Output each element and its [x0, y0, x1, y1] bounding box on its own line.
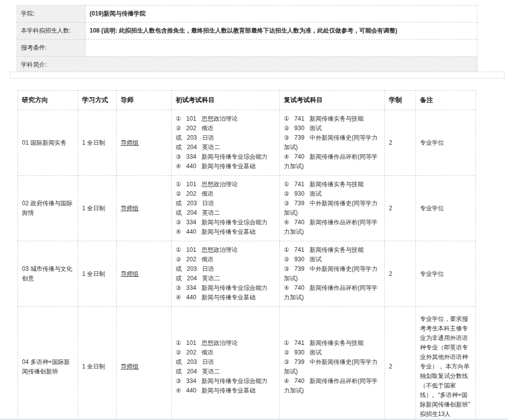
- initial-subject-line-5: ④ 440 新闻与传播专业基础: [176, 293, 275, 302]
- program-table: 研究方向学习方式导师初试考试科目复试考试科目学制备注 01 国际新闻实务1 全日…: [18, 90, 476, 420]
- advisor-cell: 导师组: [117, 241, 172, 307]
- retest-subject-line-0: ① 741 新闻传播实务与技能: [284, 338, 380, 348]
- advisor-group-link[interactable]: 导师组: [121, 205, 139, 212]
- application-requirements-label: 报考条件:: [17, 40, 86, 57]
- retest-subject-line-1: ② 930 面试: [284, 348, 380, 357]
- research-direction-cell: 04 多语种+国际新闻传播创新班: [18, 307, 78, 420]
- column-header-1: 学习方式: [78, 91, 117, 110]
- initial-subject-line-5: ④ 440 新闻与传播专业基础: [176, 162, 275, 171]
- initial-subject-line-2: 或 203 日语: [176, 133, 275, 143]
- initial-subject-line-2: 或 203 日语: [176, 357, 275, 367]
- program-table-header: 研究方向学习方式导师初试考试科目复试考试科目学制备注: [18, 91, 476, 110]
- initial-subject-line-3: 或 204 英语二: [176, 274, 275, 283]
- advisor-group-link[interactable]: 导师组: [121, 270, 139, 277]
- retest-subject-line-3: ④ 740 新闻传播作品评析(同等学力加试): [284, 152, 380, 171]
- column-header-0: 研究方向: [18, 91, 78, 110]
- retest-subject-line-2: ③ 739 中外新闻传播史(同等学力加试): [284, 357, 380, 376]
- initial-subject-line-4: ③ 334 新闻与传播专业综合能力: [176, 218, 275, 227]
- advisor-cell: 导师组: [117, 110, 172, 176]
- discipline-intro-label: 学科简介:: [17, 57, 477, 74]
- application-requirements-value: [86, 40, 477, 57]
- column-header-5: 学制: [385, 91, 416, 110]
- initial-subject-line-2: 或 203 日语: [176, 199, 275, 208]
- advisor-cell: 导师组: [117, 176, 172, 241]
- initial-subject-line-1: ② 202 俄语: [176, 189, 275, 199]
- study-mode-cell: 1 全日制: [78, 307, 117, 420]
- initial-subject-line-3: 或 204 英语二: [176, 143, 275, 152]
- initial-subject-line-1: ② 202 俄语: [176, 124, 275, 133]
- initial-subject-line-0: ① 101 思想政治理论: [176, 180, 275, 189]
- retest-subject-line-2: ③ 739 中外新闻传播史(同等学力加试): [284, 264, 380, 283]
- retest-exam-subjects-cell: ① 741 新闻传播实务与技能② 930 面试③ 739 中外新闻传播史(同等学…: [280, 176, 385, 241]
- table-row: 02 政府传播与国际舆情1 全日制导师组① 101 思想政治理论② 202 俄语…: [18, 176, 476, 241]
- column-header-3: 初试考试科目: [172, 91, 280, 110]
- column-header-2: 导师: [117, 91, 172, 110]
- initial-exam-subjects-cell: ① 101 思想政治理论② 202 俄语或 203 日语或 204 英语二③ 3…: [172, 176, 280, 241]
- note-cell: 专业学位: [416, 241, 476, 307]
- initial-exam-subjects-cell: ① 101 思想政治理论② 202 俄语或 203 日语或 204 英语二③ 3…: [172, 241, 280, 307]
- column-header-row: 研究方向学习方式导师初试考试科目复试考试科目学制备注: [18, 91, 476, 110]
- advisor-group-link[interactable]: 导师组: [121, 139, 139, 146]
- info-row-application-requirements: 报考条件:: [17, 40, 477, 57]
- advisor-cell: 导师组: [117, 307, 172, 420]
- retest-exam-subjects-cell: ① 741 新闻传播实务与技能② 930 面试③ 739 中外新闻传播史(同等学…: [280, 307, 385, 420]
- retest-subject-line-1: ② 930 面试: [284, 189, 380, 199]
- info-table: 学院: (019)新闻与传播学院 本学科拟招生人数: 108 (说明: 此拟招生…: [17, 5, 477, 74]
- retest-subject-line-3: ④ 740 新闻传播作品评析(同等学力加试): [284, 283, 380, 302]
- retest-subject-line-0: ① 741 新闻传播实务与技能: [284, 114, 380, 124]
- column-header-4: 复试考试科目: [280, 91, 385, 110]
- initial-subject-line-4: ③ 334 新闻与传播专业综合能力: [176, 152, 275, 162]
- retest-exam-subjects-cell: ① 741 新闻传播实务与技能② 930 面试③ 739 中外新闻传播史(同等学…: [280, 110, 385, 176]
- duration-cell: 2: [385, 110, 416, 176]
- discipline-intro-content-box: [10, 72, 504, 79]
- advisor-group-link[interactable]: 导师组: [121, 363, 139, 370]
- retest-subject-line-2: ③ 739 中外新闻传播史(同等学力加试): [284, 199, 380, 218]
- initial-subject-line-4: ③ 334 新闻与传播专业综合能力: [176, 376, 275, 386]
- table-row: 03 城市传播与文化创意1 全日制导师组① 101 思想政治理论② 202 俄语…: [18, 241, 476, 307]
- retest-subject-line-1: ② 930 面试: [284, 124, 380, 133]
- research-direction-cell: 03 城市传播与文化创意: [18, 241, 78, 307]
- table-row: 04 多语种+国际新闻传播创新班1 全日制导师组① 101 思想政治理论② 20…: [18, 307, 476, 420]
- retest-subject-line-2: ③ 739 中外新闻传播史(同等学力加试): [284, 133, 380, 152]
- duration-cell: 2: [385, 307, 416, 420]
- initial-subject-line-0: ① 101 思想政治理论: [176, 114, 275, 124]
- initial-subject-line-0: ① 101 思想政治理论: [176, 338, 275, 348]
- study-mode-cell: 1 全日制: [78, 110, 117, 176]
- retest-subject-line-3: ④ 740 新闻传播作品评析(同等学力加试): [284, 218, 380, 237]
- note-cell: 专业学位: [416, 176, 476, 241]
- initial-subject-line-4: ③ 334 新闻与传播专业综合能力: [176, 283, 275, 293]
- column-header-6: 备注: [416, 91, 476, 110]
- note-cell: 专业学位，要求报考考生本科主修专业为非通用外语语种专业（即英语专业外其他外语语种…: [416, 307, 476, 420]
- retest-subject-line-0: ① 741 新闻传播实务与技能: [284, 245, 380, 255]
- initial-subject-line-5: ④ 440 新闻与传播专业基础: [176, 386, 275, 395]
- initial-subject-line-3: 或 204 英语二: [176, 367, 275, 376]
- retest-subject-line-0: ① 741 新闻传播实务与技能: [284, 180, 380, 189]
- retest-subject-line-1: ② 930 面试: [284, 255, 380, 264]
- research-direction-cell: 02 政府传播与国际舆情: [18, 176, 78, 241]
- study-mode-cell: 1 全日制: [78, 241, 117, 307]
- initial-subject-line-1: ② 202 俄语: [176, 348, 275, 357]
- college-value: (019)新闻与传播学院: [86, 6, 477, 23]
- table-row: 01 国际新闻实务1 全日制导师组① 101 思想政治理论② 202 俄语或 2…: [18, 110, 476, 176]
- info-row-discipline-intro: 学科简介:: [17, 57, 477, 74]
- duration-cell: 2: [385, 241, 416, 307]
- initial-subject-line-5: ④ 440 新闻与传播专业基础: [176, 227, 275, 237]
- initial-exam-subjects-cell: ① 101 思想政治理论② 202 俄语或 203 日语或 204 英语二③ 3…: [172, 307, 280, 420]
- initial-exam-subjects-cell: ① 101 思想政治理论② 202 俄语或 203 日语或 204 英语二③ 3…: [172, 110, 280, 176]
- initial-subject-line-1: ② 202 俄语: [176, 255, 275, 264]
- duration-cell: 2: [385, 176, 416, 241]
- study-mode-cell: 1 全日制: [78, 176, 117, 241]
- research-direction-cell: 01 国际新闻实务: [18, 110, 78, 176]
- initial-subject-line-3: 或 204 英语二: [176, 208, 275, 218]
- info-row-college: 学院: (019)新闻与传播学院: [17, 6, 477, 23]
- note-cell: 专业学位: [416, 110, 476, 176]
- initial-subject-line-0: ① 101 思想政治理论: [176, 245, 275, 255]
- college-label: 学院:: [17, 6, 86, 23]
- info-row-planned-enrollment: 本学科拟招生人数: 108 (说明: 此拟招生人数包含推免生，最终招生人数以教育…: [17, 23, 477, 40]
- planned-enrollment-value: 108 (说明: 此拟招生人数包含推免生，最终招生人数以教育部最终下达招生人数为…: [86, 23, 477, 40]
- initial-subject-line-2: 或 203 日语: [176, 264, 275, 274]
- retest-exam-subjects-cell: ① 741 新闻传播实务与技能② 930 面试③ 739 中外新闻传播史(同等学…: [280, 241, 385, 307]
- planned-enrollment-label: 本学科拟招生人数:: [17, 23, 86, 40]
- retest-subject-line-3: ④ 740 新闻传播作品评析(同等学力加试): [284, 376, 380, 395]
